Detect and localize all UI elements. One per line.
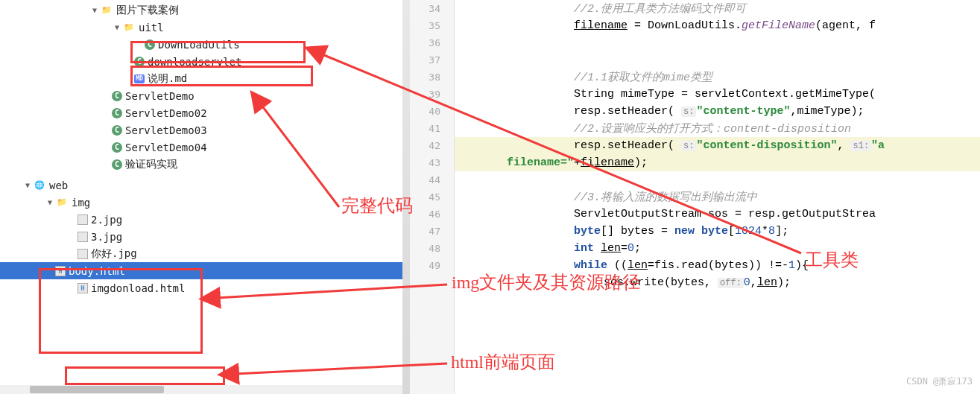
tree-file-servletdemo03[interactable]: C ServletDemo03 (0, 121, 409, 139)
tree-label: body.html (69, 265, 125, 277)
code-line: //2.使用工具类方法编码文件即可 (455, 0, 980, 17)
tree-file-3jpg[interactable]: 3.jpg (0, 228, 409, 245)
class-icon: C (112, 108, 122, 118)
tree-file-shuoming[interactable]: MD 说明.md (0, 70, 409, 87)
code-line: resp.setHeader( s: "content-type",mimeTy… (455, 103, 980, 120)
code-line: int len=0; (455, 240, 980, 257)
tree-label: 3.jpg (91, 231, 122, 243)
minimap[interactable] (402, 0, 410, 394)
tree-folder-img[interactable]: ▼ 📁 img (0, 194, 409, 211)
line-gutter: 34 35 36 37 38 39 40 41 42 43 44 45 46 4… (410, 0, 455, 394)
line-number: 41 (410, 120, 454, 137)
tree-label: img (72, 197, 90, 209)
folder-icon: 📁 (100, 4, 113, 16)
code-line (455, 171, 980, 188)
line-number: 47 (410, 223, 454, 240)
tree-label: 验证码实现 (125, 158, 177, 171)
line-number: 35 (410, 17, 454, 34)
code-line: filename = DownLoadUtils.getFileName(age… (455, 17, 980, 34)
code-line: String mimeType = servletContext.getMime… (455, 86, 980, 103)
line-number: 42 (410, 137, 454, 154)
line-number: 44 (410, 171, 454, 188)
tree-label: ServletDemo (125, 90, 195, 102)
project-tree[interactable]: ▼ 📁 图片下载案例 ▼ 📁 uitl C DownLoadUtils C do… (0, 0, 410, 394)
code-line: while ((len=fis.read(bytes)) !=-1){ (455, 257, 980, 274)
code-line: filename="+filename); (455, 154, 980, 171)
tree-file-imgdownload[interactable]: H imgdonload.html (0, 279, 409, 296)
code-line: ServletOutputStream sos = resp.getOutput… (455, 206, 980, 223)
tree-file-servletdemo[interactable]: C ServletDemo (0, 87, 409, 104)
line-number: 46 (410, 206, 454, 223)
tree-file-yanzhengma[interactable]: C 验证码实现 (0, 156, 409, 173)
tree-folder-uitl[interactable]: ▼ 📁 uitl (0, 19, 409, 36)
tree-file-servletdemo02[interactable]: C ServletDemo02 (0, 104, 409, 121)
line-number: 36 (410, 34, 454, 51)
class-icon: C (112, 125, 122, 136)
tree-file-downloadservlet[interactable]: C downloadservlet (0, 53, 409, 70)
horizontal-scrollbar[interactable] (0, 385, 410, 394)
code-editor[interactable]: //2.使用工具类方法编码文件即可 filename = DownLoadUti… (455, 0, 980, 394)
line-number: 40 (410, 103, 454, 120)
line-number: 48 (410, 240, 454, 257)
tree-label: ServletDemo02 (125, 107, 207, 119)
tree-file-servletdemo04[interactable]: C ServletDemo04 (0, 139, 409, 156)
class-icon: C (112, 142, 122, 153)
class-icon: C (112, 159, 122, 170)
tree-file-bodyhtml[interactable]: H body.html (0, 262, 409, 279)
html-icon: H (55, 266, 66, 276)
image-icon (78, 232, 88, 242)
code-line: sos.write(bytes, off: 0,len); (455, 274, 980, 291)
watermark: CSDN @萧寂173 (906, 375, 973, 388)
tree-folder-web[interactable]: ▼ 🌐 web (0, 177, 409, 194)
tree-label: 说明.md (148, 72, 187, 86)
tree-label: 2.jpg (91, 214, 122, 226)
class-icon: C (145, 39, 155, 50)
line-number: 37 (410, 51, 454, 69)
tree-label: downloadservlet (148, 56, 241, 68)
line-number: 49 (410, 257, 454, 274)
line-number: 43 (410, 154, 454, 171)
tree-file-2jpg[interactable]: 2.jpg (0, 211, 409, 228)
code-line (455, 34, 980, 51)
tree-label: 你好.jpg (91, 247, 137, 261)
tree-label: web (49, 179, 68, 191)
scrollbar-thumb[interactable] (30, 386, 164, 393)
line-number: 34 (410, 0, 454, 17)
line-number: 45 (410, 188, 454, 206)
folder-icon: 📁 (122, 22, 136, 34)
tree-label: imgdonload.html (91, 282, 185, 294)
folder-icon: 📁 (55, 197, 69, 209)
tree-folder-root[interactable]: ▼ 📁 图片下载案例 (0, 1, 409, 19)
class-icon: C (134, 57, 145, 67)
chevron-down-icon: ▼ (45, 198, 55, 206)
code-line (455, 51, 980, 69)
code-line: byte[] bytes = new byte[1024*8]; (455, 223, 980, 240)
class-icon: C (112, 91, 122, 101)
image-icon (78, 215, 88, 225)
code-line: //1.1获取文件的mime类型 (455, 69, 980, 86)
code-line: //2.设置响应头的打开方式：content-disposition (455, 120, 980, 137)
chevron-down-icon: ▼ (22, 181, 33, 189)
code-line: resp.setHeader( s: "content-disposition"… (455, 137, 980, 154)
html-icon: H (78, 283, 88, 293)
chevron-down-icon: ▼ (112, 23, 122, 31)
tree-label: DownLoadUtils (158, 39, 240, 51)
tree-file-downloadutils[interactable]: C DownLoadUtils (0, 36, 409, 53)
chevron-down-icon: ▼ (89, 6, 100, 14)
image-icon (78, 249, 88, 259)
tree-label: 图片下载案例 (116, 4, 179, 17)
tree-label: uitl (139, 22, 164, 34)
tree-label: ServletDemo03 (125, 124, 207, 136)
tree-file-nihao[interactable]: 你好.jpg (0, 245, 409, 262)
line-number: 38 (410, 69, 454, 86)
code-line: //3.将输入流的数据写出到输出流中 (455, 188, 980, 206)
web-icon: 🌐 (33, 179, 46, 191)
line-number: 39 (410, 86, 454, 103)
markdown-icon: MD (134, 74, 145, 83)
tree-label: ServletDemo04 (125, 142, 207, 153)
